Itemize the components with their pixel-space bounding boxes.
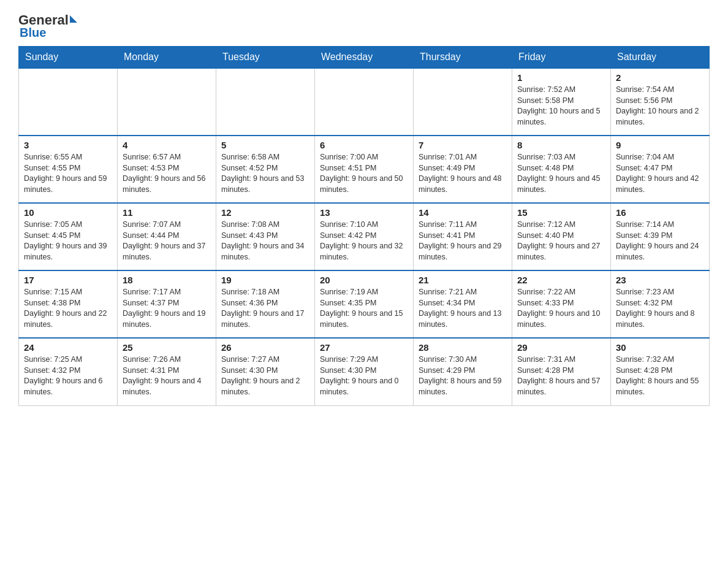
calendar-week-row: 10Sunrise: 7:05 AM Sunset: 4:45 PM Dayli… — [19, 203, 710, 270]
table-row: 15Sunrise: 7:12 AM Sunset: 4:40 PM Dayli… — [512, 203, 611, 270]
day-number: 28 — [419, 342, 507, 353]
day-number: 27 — [320, 342, 408, 353]
calendar-table: Sunday Monday Tuesday Wednesday Thursday… — [18, 46, 710, 406]
day-info: Sunrise: 7:21 AM Sunset: 4:34 PM Dayligh… — [419, 287, 507, 330]
day-number: 8 — [517, 140, 605, 150]
day-info: Sunrise: 7:15 AM Sunset: 4:38 PM Dayligh… — [24, 287, 112, 330]
day-info: Sunrise: 7:04 AM Sunset: 4:47 PM Dayligh… — [616, 152, 704, 195]
table-row: 24Sunrise: 7:25 AM Sunset: 4:32 PM Dayli… — [19, 338, 118, 405]
day-number: 10 — [24, 207, 112, 218]
table-row: 5Sunrise: 6:58 AM Sunset: 4:52 PM Daylig… — [216, 136, 315, 203]
day-info: Sunrise: 7:03 AM Sunset: 4:48 PM Dayligh… — [517, 152, 605, 195]
header-tuesday: Tuesday — [216, 47, 315, 69]
day-info: Sunrise: 7:25 AM Sunset: 4:32 PM Dayligh… — [24, 354, 112, 397]
day-info: Sunrise: 7:52 AM Sunset: 5:58 PM Dayligh… — [517, 85, 605, 128]
day-number: 19 — [221, 275, 309, 285]
day-info: Sunrise: 7:22 AM Sunset: 4:33 PM Dayligh… — [517, 287, 605, 330]
weekday-header-row: Sunday Monday Tuesday Wednesday Thursday… — [19, 47, 710, 69]
day-number: 18 — [123, 275, 211, 285]
day-number: 13 — [320, 207, 408, 218]
logo-area: General Blue — [18, 12, 77, 40]
day-info: Sunrise: 7:54 AM Sunset: 5:56 PM Dayligh… — [616, 85, 704, 128]
table-row: 18Sunrise: 7:17 AM Sunset: 4:37 PM Dayli… — [118, 270, 216, 338]
day-info: Sunrise: 7:01 AM Sunset: 4:49 PM Dayligh… — [419, 152, 507, 195]
table-row: 8Sunrise: 7:03 AM Sunset: 4:48 PM Daylig… — [512, 136, 611, 203]
day-number: 1 — [517, 72, 605, 83]
day-number: 3 — [24, 140, 112, 150]
table-row: 12Sunrise: 7:08 AM Sunset: 4:43 PM Dayli… — [216, 203, 315, 270]
calendar-body: 1Sunrise: 7:52 AM Sunset: 5:58 PM Daylig… — [19, 68, 710, 405]
day-number: 2 — [616, 72, 704, 83]
day-number: 17 — [24, 275, 112, 285]
calendar-week-row: 3Sunrise: 6:55 AM Sunset: 4:55 PM Daylig… — [19, 136, 710, 203]
table-row: 9Sunrise: 7:04 AM Sunset: 4:47 PM Daylig… — [611, 136, 710, 203]
day-info: Sunrise: 7:17 AM Sunset: 4:37 PM Dayligh… — [123, 287, 211, 330]
table-row: 7Sunrise: 7:01 AM Sunset: 4:49 PM Daylig… — [414, 136, 512, 203]
day-info: Sunrise: 7:11 AM Sunset: 4:41 PM Dayligh… — [419, 220, 507, 262]
table-row: 28Sunrise: 7:30 AM Sunset: 4:29 PM Dayli… — [414, 338, 512, 405]
calendar-week-row: 24Sunrise: 7:25 AM Sunset: 4:32 PM Dayli… — [19, 338, 710, 405]
table-row — [315, 68, 414, 136]
header-thursday: Thursday — [414, 47, 512, 69]
calendar-week-row: 17Sunrise: 7:15 AM Sunset: 4:38 PM Dayli… — [19, 270, 710, 338]
day-number: 21 — [419, 275, 507, 285]
day-number: 26 — [221, 342, 309, 353]
table-row: 17Sunrise: 7:15 AM Sunset: 4:38 PM Dayli… — [19, 270, 118, 338]
header-sunday: Sunday — [19, 47, 118, 69]
day-info: Sunrise: 7:27 AM Sunset: 4:30 PM Dayligh… — [221, 354, 309, 397]
header-friday: Friday — [512, 47, 611, 69]
logo-arrow-icon — [70, 15, 77, 23]
day-number: 5 — [221, 140, 309, 150]
day-number: 14 — [419, 207, 507, 218]
day-info: Sunrise: 7:07 AM Sunset: 4:44 PM Dayligh… — [123, 220, 211, 262]
table-row: 23Sunrise: 7:23 AM Sunset: 4:32 PM Dayli… — [611, 270, 710, 338]
table-row: 10Sunrise: 7:05 AM Sunset: 4:45 PM Dayli… — [19, 203, 118, 270]
table-row: 2Sunrise: 7:54 AM Sunset: 5:56 PM Daylig… — [611, 68, 710, 136]
day-info: Sunrise: 6:57 AM Sunset: 4:53 PM Dayligh… — [123, 152, 211, 195]
day-number: 16 — [616, 207, 704, 218]
day-number: 24 — [24, 342, 112, 353]
day-info: Sunrise: 7:10 AM Sunset: 4:42 PM Dayligh… — [320, 220, 408, 262]
day-number: 29 — [517, 342, 605, 353]
day-number: 25 — [123, 342, 211, 353]
header: General Blue — [18, 12, 710, 40]
table-row: 26Sunrise: 7:27 AM Sunset: 4:30 PM Dayli… — [216, 338, 315, 405]
table-row: 22Sunrise: 7:22 AM Sunset: 4:33 PM Dayli… — [512, 270, 611, 338]
day-number: 12 — [221, 207, 309, 218]
table-row: 4Sunrise: 6:57 AM Sunset: 4:53 PM Daylig… — [118, 136, 216, 203]
header-saturday: Saturday — [611, 47, 710, 69]
day-number: 30 — [616, 342, 704, 353]
day-info: Sunrise: 7:08 AM Sunset: 4:43 PM Dayligh… — [221, 220, 309, 262]
day-number: 22 — [517, 275, 605, 285]
table-row: 6Sunrise: 7:00 AM Sunset: 4:51 PM Daylig… — [315, 136, 414, 203]
day-info: Sunrise: 6:58 AM Sunset: 4:52 PM Dayligh… — [221, 152, 309, 195]
calendar-week-row: 1Sunrise: 7:52 AM Sunset: 5:58 PM Daylig… — [19, 68, 710, 136]
day-info: Sunrise: 7:30 AM Sunset: 4:29 PM Dayligh… — [419, 354, 507, 397]
table-row — [19, 68, 118, 136]
day-info: Sunrise: 7:31 AM Sunset: 4:28 PM Dayligh… — [517, 354, 605, 397]
day-number: 11 — [123, 207, 211, 218]
table-row — [216, 68, 315, 136]
table-row — [118, 68, 216, 136]
day-info: Sunrise: 7:19 AM Sunset: 4:35 PM Dayligh… — [320, 287, 408, 330]
table-row: 16Sunrise: 7:14 AM Sunset: 4:39 PM Dayli… — [611, 203, 710, 270]
table-row: 29Sunrise: 7:31 AM Sunset: 4:28 PM Dayli… — [512, 338, 611, 405]
day-info: Sunrise: 7:12 AM Sunset: 4:40 PM Dayligh… — [517, 220, 605, 262]
table-row: 25Sunrise: 7:26 AM Sunset: 4:31 PM Dayli… — [118, 338, 216, 405]
table-row: 14Sunrise: 7:11 AM Sunset: 4:41 PM Dayli… — [414, 203, 512, 270]
day-number: 9 — [616, 140, 704, 150]
day-info: Sunrise: 7:14 AM Sunset: 4:39 PM Dayligh… — [616, 220, 704, 262]
table-row: 3Sunrise: 6:55 AM Sunset: 4:55 PM Daylig… — [19, 136, 118, 203]
table-row: 1Sunrise: 7:52 AM Sunset: 5:58 PM Daylig… — [512, 68, 611, 136]
day-info: Sunrise: 7:32 AM Sunset: 4:28 PM Dayligh… — [616, 354, 704, 397]
day-number: 7 — [419, 140, 507, 150]
table-row — [414, 68, 512, 136]
day-info: Sunrise: 7:29 AM Sunset: 4:30 PM Dayligh… — [320, 354, 408, 397]
day-info: Sunrise: 7:18 AM Sunset: 4:36 PM Dayligh… — [221, 287, 309, 330]
table-row: 19Sunrise: 7:18 AM Sunset: 4:36 PM Dayli… — [216, 270, 315, 338]
header-wednesday: Wednesday — [315, 47, 414, 69]
day-info: Sunrise: 7:05 AM Sunset: 4:45 PM Dayligh… — [24, 220, 112, 262]
day-number: 4 — [123, 140, 211, 150]
header-monday: Monday — [118, 47, 216, 69]
table-row: 30Sunrise: 7:32 AM Sunset: 4:28 PM Dayli… — [611, 338, 710, 405]
